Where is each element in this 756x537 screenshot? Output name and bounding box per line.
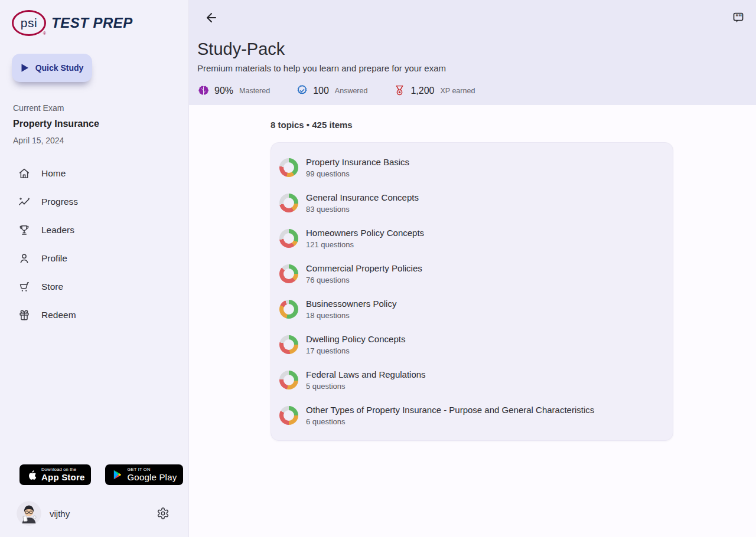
sidebar-item-store[interactable]: Store — [0, 273, 188, 301]
quick-study-label: Quick Study — [35, 63, 84, 73]
topic-row[interactable]: Commercial Property Policies 76 question… — [271, 256, 673, 292]
sidebar-item-label: Redeem — [41, 310, 76, 320]
topic-question-count: 6 questions — [306, 417, 594, 426]
stat-mastered: 90% Mastered — [197, 84, 270, 97]
exam-name: Property Insurance — [13, 119, 188, 129]
sidebar-item-label: Store — [41, 281, 63, 292]
psi-logo-text: psi — [21, 16, 37, 30]
topic-question-count: 5 questions — [306, 382, 426, 391]
topic-title: Other Types of Property Insurance - Purp… — [306, 405, 594, 415]
stat-value: 100 — [313, 86, 329, 96]
stat-label: Answered — [335, 87, 368, 95]
feedback-button[interactable]: ““ — [731, 11, 745, 25]
sidebar-item-profile[interactable]: Profile — [0, 244, 188, 273]
exam-date: April 15, 2024 — [13, 136, 188, 145]
brain-icon — [197, 84, 210, 97]
user-name: vijthy — [50, 509, 70, 519]
page-subtitle: Premium materials to help you learn and … — [197, 63, 756, 73]
google-play-tagline: GET IT ON — [127, 467, 177, 473]
sidebar-item-label: Home — [41, 168, 66, 179]
topic-question-count: 17 questions — [306, 346, 405, 355]
topic-row[interactable]: Federal Laws and Regulations 5 questions — [271, 362, 673, 398]
brand-name: TEST PREP — [51, 15, 133, 31]
topic-title: Property Insurance Basics — [306, 157, 409, 167]
sidebar: psi ® TEST PREP Quick Study Current Exam… — [0, 0, 189, 537]
topic-row[interactable]: Other Types of Property Insurance - Purp… — [271, 398, 673, 433]
donut-chart-icon — [279, 371, 298, 389]
topic-row[interactable]: General Insurance Concepts 83 questions — [271, 185, 673, 221]
psi-test-prep-logo: psi ® TEST PREP — [0, 0, 188, 36]
topic-question-count: 99 questions — [306, 169, 409, 178]
gift-icon — [18, 309, 31, 322]
psi-logo-icon: psi ® — [12, 10, 46, 36]
topic-title: General Insurance Concepts — [306, 192, 419, 202]
app-store-badge[interactable]: Download on the App Store — [19, 464, 91, 485]
topics-card: Property Insurance Basics 99 questions G… — [271, 142, 673, 441]
topic-row[interactable]: Dwelling Policy Concepts 17 questions — [271, 327, 673, 362]
sidebar-item-label: Profile — [41, 253, 67, 264]
settings-button[interactable] — [157, 507, 170, 520]
donut-chart-icon — [279, 194, 298, 212]
google-play-name: Google Play — [127, 472, 177, 482]
main-area: ““ Study-Pack Premium materials to help … — [189, 0, 756, 537]
google-play-icon — [112, 469, 123, 481]
topic-title: Businessowners Policy — [306, 299, 396, 309]
avatar[interactable] — [17, 501, 41, 526]
topic-title: Federal Laws and Regulations — [306, 369, 426, 379]
sidebar-item-home[interactable]: Home — [0, 159, 188, 188]
topic-question-count: 121 questions — [306, 240, 424, 249]
store-badges: Download on the App Store GET IT ON Goog… — [0, 464, 188, 485]
play-icon — [21, 63, 29, 73]
donut-chart-icon — [279, 335, 298, 354]
sidebar-item-leaders[interactable]: Leaders — [0, 216, 188, 244]
donut-chart-icon — [279, 229, 298, 248]
sidebar-nav: Home Progress Leaders — [0, 159, 188, 329]
topic-question-count: 18 questions — [306, 311, 396, 320]
svg-text:““: ““ — [735, 13, 742, 20]
topic-question-count: 83 questions — [306, 205, 419, 214]
donut-chart-icon — [279, 264, 298, 283]
topics-section: 8 topics • 425 items Property Insurance … — [189, 105, 756, 537]
registered-mark: ® — [43, 31, 46, 35]
stat-value: 1,200 — [410, 86, 434, 96]
topic-row[interactable]: Property Insurance Basics 99 questions — [271, 150, 673, 185]
stat-xp: 1,200 XP earned — [393, 84, 475, 97]
arrow-left-icon — [204, 11, 219, 25]
avatar-illustration — [17, 501, 41, 526]
sidebar-item-progress[interactable]: Progress — [0, 188, 188, 216]
stat-value: 90% — [214, 86, 233, 96]
apple-icon — [26, 469, 37, 482]
sidebar-item-label: Progress — [41, 197, 78, 207]
app-store-tagline: Download on the — [41, 467, 84, 473]
sidebar-spacer — [0, 329, 188, 464]
page-title: Study-Pack — [197, 40, 756, 59]
topic-row[interactable]: Homeowners Policy Concepts 121 questions — [271, 221, 673, 256]
person-icon — [18, 252, 31, 265]
sidebar-item-label: Leaders — [41, 225, 74, 235]
gear-icon — [157, 507, 170, 520]
app-store-badge-text: Download on the App Store — [41, 467, 84, 483]
topic-title: Commercial Property Policies — [306, 263, 422, 273]
message-quote-icon: ““ — [731, 11, 745, 25]
current-exam-block: Current Exam Property Insurance April 15… — [13, 103, 188, 145]
google-play-badge[interactable]: GET IT ON Google Play — [105, 464, 183, 485]
cart-icon — [18, 280, 31, 293]
stat-label: XP earned — [440, 87, 475, 95]
badge-check-icon — [296, 84, 308, 97]
donut-chart-icon — [279, 406, 298, 425]
donut-chart-icon — [279, 300, 298, 319]
quick-study-button[interactable]: Quick Study — [12, 54, 92, 82]
trophy-icon — [18, 224, 31, 237]
progress-icon — [18, 195, 31, 208]
donut-chart-icon — [279, 158, 298, 177]
sidebar-item-redeem[interactable]: Redeem — [0, 301, 188, 329]
topic-row[interactable]: Businessowners Policy 18 questions — [271, 292, 673, 327]
app-store-name: App Store — [41, 472, 84, 482]
home-icon — [18, 167, 31, 180]
topic-title: Dwelling Policy Concepts — [306, 334, 405, 344]
medal-icon — [393, 84, 406, 97]
stats-row: 90% Mastered 100 Answered 1 — [197, 84, 756, 97]
google-play-badge-text: GET IT ON Google Play — [127, 467, 177, 483]
stat-label: Mastered — [239, 87, 270, 95]
back-button[interactable] — [204, 11, 219, 25]
